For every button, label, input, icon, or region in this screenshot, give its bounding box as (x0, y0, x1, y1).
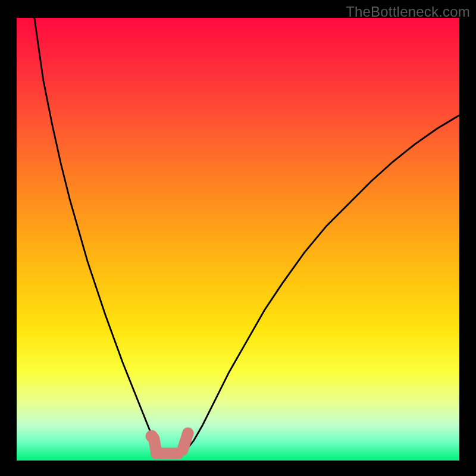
canvas-outer: TheBottleneck.com (0, 0, 476, 476)
trough-markers (17, 18, 459, 461)
plot-area (17, 18, 459, 461)
trough-right-bar (183, 433, 188, 450)
